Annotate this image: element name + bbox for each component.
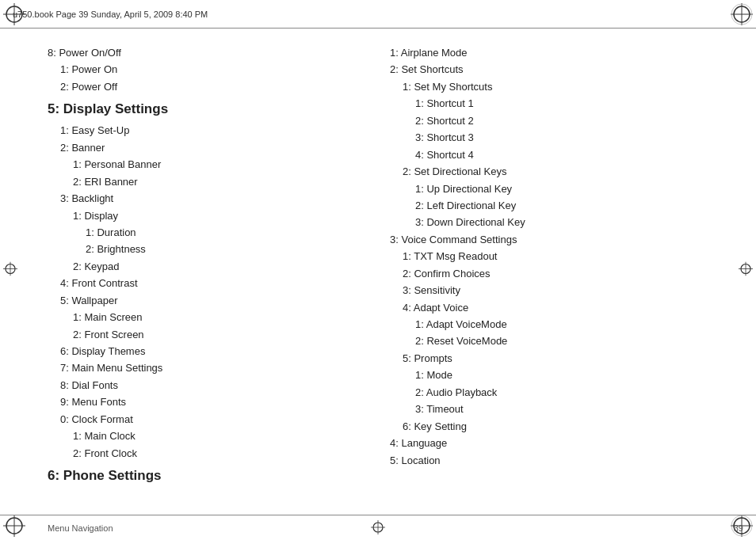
left-column: 8: Power On/Off1: Power On2: Power Off5:… xyxy=(48,44,366,499)
menu-item: 0: Clock Format xyxy=(48,411,366,428)
bottom-bar: Menu Navigation 39 xyxy=(0,515,756,540)
menu-item: 3: Backlight xyxy=(48,190,366,207)
menu-item: 1: Display xyxy=(48,207,366,224)
menu-item: 8: Power On/Off xyxy=(48,44,366,61)
menu-item: 2: Set Directional Keys xyxy=(390,163,708,180)
menu-item: 5: Location xyxy=(390,452,708,469)
menu-item: 2: Banner xyxy=(48,139,366,156)
footer-left: Menu Navigation xyxy=(48,523,113,533)
menu-item: 2: Reset VoiceMode xyxy=(390,333,708,349)
menu-item: 3: Shortcut 3 xyxy=(390,129,708,146)
menu-item: 3: Timeout xyxy=(390,401,708,417)
menu-item: 4: Language xyxy=(390,435,708,451)
menu-item: 1: Power On xyxy=(48,61,366,78)
menu-item: 1: Easy Set-Up xyxy=(48,122,366,139)
menu-item: 1: Mode xyxy=(390,367,708,383)
menu-item: 1: Main Screen xyxy=(48,309,366,325)
menu-item: 9: Menu Fonts xyxy=(48,394,366,410)
footer-right: 39 xyxy=(734,523,743,533)
menu-item: 3: Sensitivity xyxy=(390,282,708,299)
menu-item: 2: Keypad xyxy=(48,258,366,275)
menu-item: 4: Shortcut 4 xyxy=(390,146,708,163)
menu-item: 2: Left Directional Key xyxy=(390,197,708,214)
menu-item: 5: Wallpaper xyxy=(48,292,366,309)
menu-item: 1: TXT Msg Readout xyxy=(390,248,708,264)
menu-item: 2: Shortcut 2 xyxy=(390,112,708,129)
menu-item: 8: Dial Fonts xyxy=(48,377,366,394)
menu-item: 4: Front Contrast xyxy=(48,275,366,291)
menu-item: 6: Phone Settings xyxy=(48,465,366,487)
menu-item: 2: Front Clock xyxy=(48,445,366,462)
menu-item: 1: Duration xyxy=(48,224,366,241)
header-text: u750.book Page 39 Sunday, April 5, 2009 … xyxy=(13,10,208,19)
menu-item: 3: Down Directional Key xyxy=(390,214,708,230)
menu-item: 1: Set My Shortcuts xyxy=(390,78,708,95)
menu-item: 1: Airplane Mode xyxy=(390,44,708,61)
menu-item: 2: Audio Playback xyxy=(390,384,708,401)
menu-item: 1: Main Clock xyxy=(48,428,366,444)
menu-item: 6: Display Themes xyxy=(48,343,366,359)
menu-item: 2: Set Shortcuts xyxy=(390,61,708,78)
menu-item: 6: Key Setting xyxy=(390,418,708,435)
menu-item: 2: Front Screen xyxy=(48,326,366,343)
menu-item: 3: Voice Command Settings xyxy=(390,231,708,248)
top-bar: u750.book Page 39 Sunday, April 5, 2009 … xyxy=(0,0,756,29)
menu-item: 2: Confirm Choices xyxy=(390,265,708,282)
menu-item: 2: ERI Banner xyxy=(48,173,366,190)
menu-item: 1: Up Directional Key xyxy=(390,181,708,197)
menu-item: 1: Adapt VoiceMode xyxy=(390,316,708,333)
right-column: 1: Airplane Mode2: Set Shortcuts1: Set M… xyxy=(390,44,708,499)
menu-item: 2: Brightness xyxy=(48,241,366,257)
main-content: 8: Power On/Off1: Power On2: Power Off5:… xyxy=(0,29,756,515)
menu-item: 5: Prompts xyxy=(390,350,708,367)
menu-item: 4: Adapt Voice xyxy=(390,299,708,316)
menu-item: 7: Main Menu Settings xyxy=(48,359,366,376)
menu-item: 5: Display Settings xyxy=(48,98,366,120)
menu-item: 1: Shortcut 1 xyxy=(390,95,708,112)
menu-item: 1: Personal Banner xyxy=(48,156,366,173)
menu-item: 2: Power Off xyxy=(48,78,366,95)
